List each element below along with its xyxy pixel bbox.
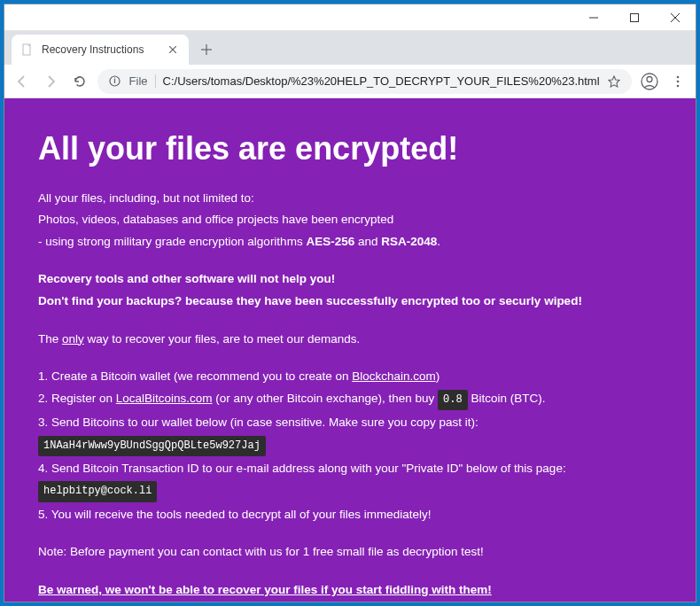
address-bar[interactable]: File C:/Users/tomas/Desktop/%23%20HELP_T…	[97, 69, 632, 94]
svg-point-11	[114, 77, 115, 78]
browser-window: Recovery Instructions File C:/Users/toma…	[4, 4, 696, 602]
new-tab-button[interactable]	[194, 37, 219, 62]
svg-point-13	[647, 76, 652, 82]
arrow-left-icon	[15, 74, 29, 89]
page-icon	[20, 43, 35, 57]
plus-icon	[201, 44, 212, 55]
toolbar: File C:/Users/tomas/Desktop/%23%20HELP_T…	[4, 65, 696, 98]
step-2: 2. Register on LocalBitcoins.com (or any…	[38, 389, 662, 410]
intro-line-1: All your files, including, but not limit…	[38, 189, 662, 208]
svg-point-14	[677, 75, 680, 78]
step-3: 3. Send Bitcoins to our wallet below (in…	[38, 413, 662, 432]
star-icon	[608, 75, 620, 88]
step-5: 5. You will receive the tools needed to …	[38, 505, 662, 524]
recovery-warning-1: Recovery tools and other software will n…	[38, 269, 662, 289]
window-titlebar	[4, 4, 696, 31]
tab-bar: Recovery Instructions	[4, 31, 696, 65]
reload-button[interactable]	[68, 69, 89, 94]
maximize-icon	[630, 13, 639, 22]
note-line: Note: Before payment you can contact wit…	[38, 542, 662, 562]
close-icon	[671, 13, 680, 22]
person-icon	[641, 73, 658, 90]
page-heading: All your files are encrypted!	[38, 123, 662, 175]
step-4: 4. Send Bitcoin Transaction ID to our e-…	[38, 459, 662, 478]
close-window-button[interactable]	[655, 4, 696, 31]
minimize-icon	[589, 13, 598, 22]
only-way-line: The only way to recover your files, are …	[38, 330, 662, 349]
kebab-icon	[672, 75, 684, 88]
page-content: All your files are encrypted! All your f…	[4, 98, 696, 602]
blockchain-link[interactable]: Blockchain.com	[352, 369, 436, 383]
url-text: C:/Users/tomas/Desktop/%23%20HELP_TO_DEC…	[163, 74, 600, 88]
wallet-address: 1NAaH4rWww9yBUndSggQpQBLte5w927Jaj	[38, 436, 266, 456]
btc-amount: 0.8	[438, 390, 468, 410]
svg-rect-1	[631, 13, 639, 21]
back-button[interactable]	[12, 69, 33, 94]
step-1: 1. Create a Bitcoin wallet (we recommend…	[38, 367, 662, 386]
close-icon	[169, 46, 176, 53]
tab-active[interactable]: Recovery Instructions	[12, 35, 189, 65]
maximize-button[interactable]	[614, 4, 655, 31]
minimize-button[interactable]	[573, 4, 614, 31]
contact-email: helpbitpy@cock.li	[38, 481, 157, 501]
profile-button[interactable]	[639, 69, 660, 94]
intro-line-2: Photos, videos, databases and office pro…	[38, 210, 662, 229]
intro-line-3: - using strong military grade encryption…	[38, 232, 662, 252]
menu-button[interactable]	[667, 69, 688, 94]
arrow-right-icon	[43, 74, 58, 89]
bookmark-button[interactable]	[607, 74, 621, 89]
tab-close-button[interactable]	[166, 43, 180, 57]
svg-point-15	[677, 80, 680, 82]
fiddle-warning: Be warned, we won't be able to recover y…	[38, 580, 662, 600]
forward-button[interactable]	[40, 69, 61, 94]
file-icon	[108, 74, 122, 89]
reload-icon	[73, 74, 87, 89]
recovery-warning-2: Don't find your backups? because they ha…	[38, 291, 662, 311]
svg-point-16	[677, 84, 680, 87]
tab-title: Recovery Instructions	[42, 43, 159, 56]
url-scheme-label: File	[129, 74, 156, 88]
localbitcoins-link[interactable]: LocalBitcoins.com	[116, 392, 213, 405]
